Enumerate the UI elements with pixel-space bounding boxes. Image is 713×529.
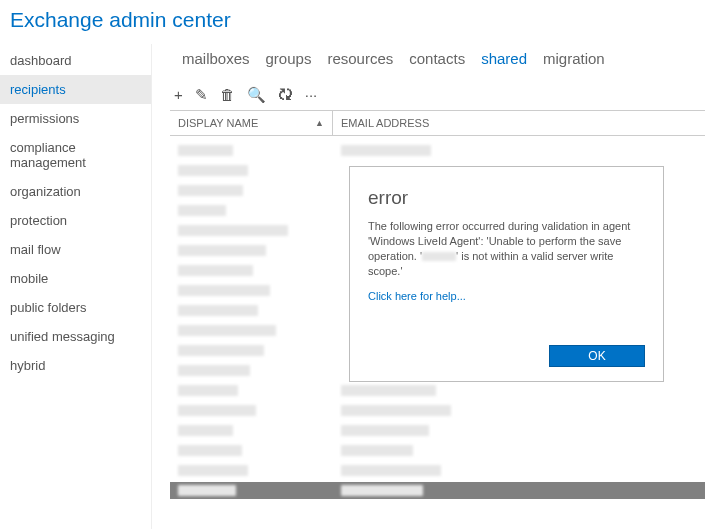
tabs: mailboxesgroupsresourcescontactssharedmi…	[170, 44, 705, 81]
column-email-address[interactable]: EMAIL ADDRESS	[333, 111, 705, 135]
sidebar-item-hybrid[interactable]: hybrid	[0, 351, 151, 380]
redacted-name	[178, 225, 288, 236]
sidebar-item-permissions[interactable]: permissions	[0, 104, 151, 133]
table-row[interactable]	[170, 382, 705, 399]
sidebar-item-compliance-management[interactable]: compliance management	[0, 133, 151, 177]
column-label: DISPLAY NAME	[178, 117, 258, 129]
redacted-name	[178, 365, 250, 376]
plus-icon[interactable]: +	[174, 87, 183, 102]
tab-resources[interactable]: resources	[327, 50, 393, 67]
dialog-title: error	[368, 187, 645, 209]
redacted-name	[178, 265, 253, 276]
dialog-message: The following error occurred during vali…	[368, 219, 645, 278]
redacted-name	[178, 205, 226, 216]
table-row[interactable]	[170, 402, 705, 419]
sidebar-item-recipients[interactable]: recipients	[0, 75, 151, 104]
help-link[interactable]: Click here for help...	[368, 290, 466, 302]
redacted-name	[178, 285, 270, 296]
redacted-name	[178, 145, 233, 156]
sidebar-item-public-folders[interactable]: public folders	[0, 293, 151, 322]
redacted-name	[178, 245, 266, 256]
refresh-icon[interactable]: 🗘	[278, 87, 293, 102]
redacted-name	[178, 445, 242, 456]
sidebar-item-mail-flow[interactable]: mail flow	[0, 235, 151, 264]
tab-shared[interactable]: shared	[481, 50, 527, 67]
redacted-name	[178, 405, 256, 416]
redacted-email	[341, 385, 436, 396]
redacted-name	[178, 485, 236, 496]
redacted-name	[178, 165, 248, 176]
redacted-email	[341, 465, 441, 476]
table-row[interactable]	[170, 422, 705, 439]
sort-asc-icon: ▲	[315, 118, 324, 128]
more-icon[interactable]: ···	[305, 87, 318, 102]
redacted-email	[341, 425, 429, 436]
sidebar-item-organization[interactable]: organization	[0, 177, 151, 206]
table-row[interactable]	[170, 142, 705, 159]
delete-icon[interactable]: 🗑	[220, 87, 235, 102]
column-display-name[interactable]: DISPLAY NAME ▲	[170, 111, 333, 135]
redacted-name	[178, 465, 248, 476]
redacted-name	[422, 252, 456, 261]
table-header: DISPLAY NAME ▲ EMAIL ADDRESS	[170, 110, 705, 136]
tab-mailboxes[interactable]: mailboxes	[182, 50, 250, 67]
toolbar: + ✎ 🗑 🔍 🗘 ···	[170, 81, 705, 110]
sidebar-item-mobile[interactable]: mobile	[0, 264, 151, 293]
redacted-name	[178, 385, 238, 396]
table-row[interactable]	[170, 482, 705, 499]
error-dialog: error The following error occurred durin…	[349, 166, 664, 382]
tab-migration[interactable]: migration	[543, 50, 605, 67]
redacted-name	[178, 325, 276, 336]
tab-contacts[interactable]: contacts	[409, 50, 465, 67]
column-label: EMAIL ADDRESS	[341, 117, 429, 129]
redacted-email	[341, 445, 413, 456]
redacted-email	[341, 145, 431, 156]
edit-icon[interactable]: ✎	[195, 87, 208, 102]
redacted-name	[178, 425, 233, 436]
ok-button[interactable]: OK	[549, 345, 645, 367]
table-row[interactable]	[170, 462, 705, 479]
redacted-name	[178, 305, 258, 316]
header: Exchange admin center	[0, 0, 713, 44]
page-title: Exchange admin center	[10, 8, 703, 32]
redacted-email	[341, 405, 451, 416]
redacted-name	[178, 345, 264, 356]
sidebar-item-protection[interactable]: protection	[0, 206, 151, 235]
sidebar: dashboardrecipientspermissionscompliance…	[0, 44, 152, 529]
search-icon[interactable]: 🔍	[247, 87, 266, 102]
redacted-name	[178, 185, 243, 196]
redacted-email	[341, 485, 423, 496]
table-row[interactable]	[170, 442, 705, 459]
tab-groups[interactable]: groups	[266, 50, 312, 67]
sidebar-item-dashboard[interactable]: dashboard	[0, 46, 151, 75]
sidebar-item-unified-messaging[interactable]: unified messaging	[0, 322, 151, 351]
